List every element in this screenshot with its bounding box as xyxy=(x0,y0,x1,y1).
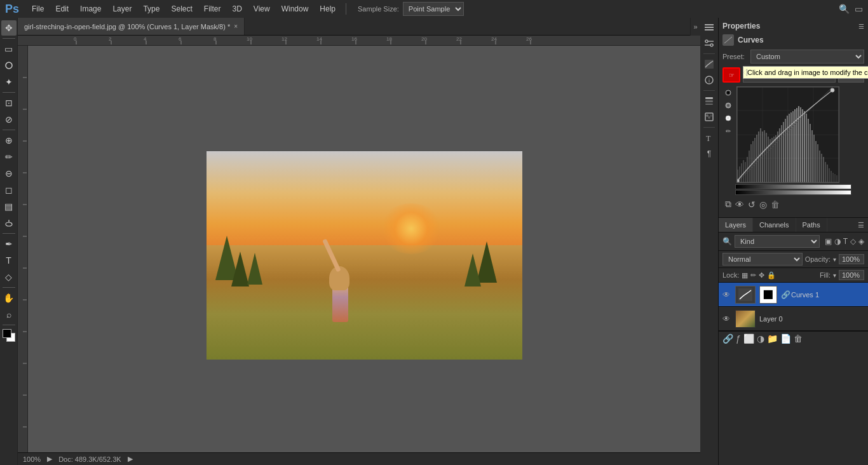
layer-row-curves1[interactable]: 👁 🔗 Curves 1 xyxy=(719,283,868,307)
curves-pencil-icon[interactable]: ✏ xyxy=(723,126,733,136)
link-layers-icon[interactable]: 🔗 xyxy=(722,334,733,344)
lasso-tool[interactable] xyxy=(1,58,17,73)
svg-rect-125 xyxy=(827,165,828,182)
lock-pixels-icon[interactable]: ✏ xyxy=(750,271,756,280)
toggle-visibility2-icon[interactable]: ◎ xyxy=(759,199,767,210)
panel-collapse-toggle[interactable]: » xyxy=(690,18,700,36)
layer-style-icon[interactable]: ƒ xyxy=(736,334,741,344)
menu-filter[interactable]: Filter xyxy=(199,2,226,16)
gradient-tool[interactable]: ▤ xyxy=(1,199,17,214)
smartobj-filter-icon[interactable]: ◈ xyxy=(858,237,864,246)
opacity-input[interactable] xyxy=(839,254,864,264)
crop-tool[interactable]: ⊡ xyxy=(1,95,17,111)
menu-file[interactable]: File xyxy=(27,2,49,16)
layer-eye-curves1[interactable]: 👁 xyxy=(722,290,731,299)
dodge-tool[interactable] xyxy=(1,215,17,231)
fill-input[interactable] xyxy=(839,270,864,280)
menu-select[interactable]: Select xyxy=(166,2,197,16)
on-image-adjustment-button[interactable]: ☞ xyxy=(722,67,740,83)
layer-row-layer0[interactable]: 👁 Layer 0 xyxy=(719,307,868,331)
foreground-background-colors[interactable] xyxy=(1,328,17,343)
curves-eyedropper-light-icon[interactable] xyxy=(723,113,733,123)
curves-eyedropper-mid-icon[interactable] xyxy=(723,100,733,111)
tab-paths[interactable]: Paths xyxy=(796,218,827,232)
new-adjustment-icon[interactable]: ◑ xyxy=(757,334,764,344)
blend-mode-select[interactable]: Normal xyxy=(722,253,803,266)
menu-help[interactable]: Help xyxy=(315,2,341,16)
info-icon[interactable]: i xyxy=(702,73,716,87)
text-tool[interactable]: T xyxy=(1,253,17,268)
layer-eye-layer0[interactable]: 👁 xyxy=(722,314,731,323)
panel-menu-icon[interactable]: ☰ xyxy=(858,23,864,30)
undo-icon[interactable]: ↺ xyxy=(748,199,756,210)
eraser-tool[interactable]: ◻ xyxy=(1,182,17,198)
shape-filter-icon[interactable]: ◇ xyxy=(850,237,856,246)
lock-all-icon[interactable]: 🔒 xyxy=(767,271,776,280)
paragraph-icon[interactable]: ¶ xyxy=(702,147,716,161)
magic-wand-tool[interactable]: ✦ xyxy=(1,74,17,90)
layers-panel-menu[interactable]: ☰ xyxy=(854,219,868,232)
sample-size-select[interactable]: Point Sample xyxy=(403,2,464,16)
menu-image[interactable]: Image xyxy=(75,2,106,16)
curves-canvas[interactable] xyxy=(736,86,839,183)
menu-edit[interactable]: Edit xyxy=(50,2,74,16)
foreground-color[interactable] xyxy=(3,329,11,338)
menu-view[interactable]: View xyxy=(248,2,275,16)
fill-arrow[interactable]: ▾ xyxy=(833,272,836,279)
kind-filter-select[interactable]: Kind xyxy=(735,235,820,248)
auto-button[interactable]: Auto xyxy=(838,67,864,83)
pen-tool[interactable]: ✒ xyxy=(1,236,17,252)
properties-icon[interactable] xyxy=(702,20,716,34)
curves-eyedropper-dark-icon[interactable] xyxy=(723,88,733,98)
delete-layer-icon[interactable]: 🗑 xyxy=(794,334,803,344)
doc-size-dropdown[interactable]: ▶ xyxy=(128,455,133,463)
layer-mask-icon[interactable]: ⬜ xyxy=(743,334,754,344)
svg-text:14: 14 xyxy=(316,36,322,42)
type-filter-icon[interactable]: T xyxy=(843,237,848,246)
zoom-tool[interactable]: ⌕ xyxy=(1,307,17,322)
hand-tool[interactable]: ✋ xyxy=(1,290,17,306)
filter-icon[interactable]: 🔍 xyxy=(722,237,732,246)
menu-layer[interactable]: Layer xyxy=(107,2,137,16)
healing-tool[interactable]: ⊕ xyxy=(1,133,17,148)
type-icon[interactable]: T xyxy=(702,131,716,145)
new-layer-icon[interactable]: 📄 xyxy=(780,334,791,344)
svg-text:10: 10 xyxy=(247,36,252,42)
search-icon[interactable]: 🔍 xyxy=(839,4,850,14)
pixel-filter-icon[interactable]: ▣ xyxy=(825,237,832,246)
new-group-icon[interactable]: 📁 xyxy=(767,334,778,344)
workspace-icon[interactable]: ▭ xyxy=(855,4,863,14)
channels-icon[interactable] xyxy=(702,110,716,124)
curves-svg[interactable] xyxy=(737,87,839,182)
marquee-tool[interactable]: ▭ xyxy=(1,41,17,57)
image-canvas[interactable] xyxy=(28,46,700,465)
eyedropper-tool[interactable]: ⊘ xyxy=(1,112,17,127)
clip-to-layer-icon[interactable]: ⧉ xyxy=(725,199,731,210)
menu-3d[interactable]: 3D xyxy=(227,2,247,16)
preset-select[interactable]: Custom xyxy=(750,50,864,64)
eyeball-icon[interactable]: 👁 xyxy=(735,199,744,210)
brush-tool[interactable]: ✏ xyxy=(1,149,17,165)
menu-window[interactable]: Window xyxy=(276,2,314,16)
shape-tool[interactable]: ◇ xyxy=(1,269,17,285)
adjustment-filter-icon[interactable]: ◑ xyxy=(834,237,841,246)
clone-tool[interactable]: ⊖ xyxy=(1,166,17,181)
menu-type[interactable]: Type xyxy=(138,2,165,16)
lock-position-icon[interactable]: ✥ xyxy=(759,271,764,280)
channel-select[interactable]: RGB Red Green Blue xyxy=(743,67,836,83)
move-tool[interactable]: ✥ xyxy=(1,20,17,36)
curves-panel-icon[interactable] xyxy=(702,57,716,71)
tab-close-button[interactable]: × xyxy=(234,23,238,30)
tab-layers[interactable]: Layers xyxy=(719,218,753,232)
lock-transparent-icon[interactable]: ▦ xyxy=(742,271,748,280)
layer-comps-icon[interactable] xyxy=(702,94,716,108)
tab-channels[interactable]: Channels xyxy=(753,218,796,232)
svg-text:26: 26 xyxy=(526,36,532,42)
document-tab[interactable]: girl-streching-in-open-field.jpg @ 100% … xyxy=(18,18,245,35)
svg-rect-97 xyxy=(773,137,775,182)
delete-curve-icon[interactable]: 🗑 xyxy=(771,199,780,210)
zoom-dropdown[interactable]: ▶ xyxy=(47,455,52,463)
opacity-arrow[interactable]: ▾ xyxy=(833,256,836,263)
vertical-ruler: 2 xyxy=(18,46,28,465)
adjustments-icon[interactable] xyxy=(702,36,716,50)
